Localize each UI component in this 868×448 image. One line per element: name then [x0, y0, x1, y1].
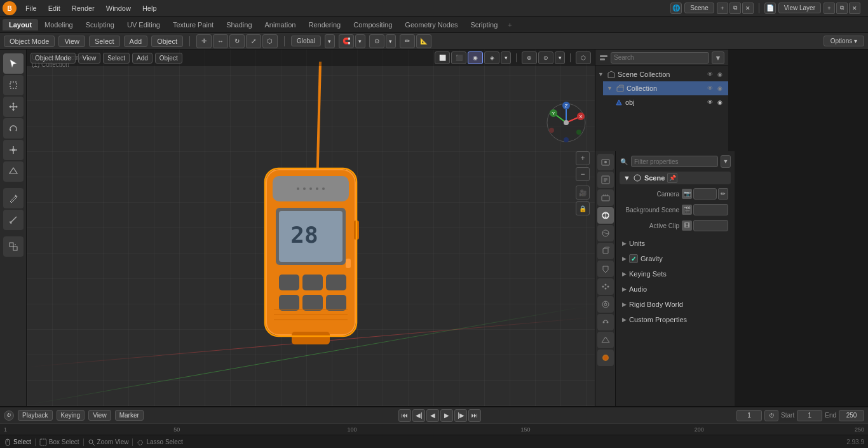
props-filter-btn[interactable]: ▼	[721, 155, 731, 168]
scene-add-icon[interactable]: +	[717, 3, 728, 14]
frame-options-btn[interactable]: ⏱	[764, 410, 778, 421]
playback-menu-btn[interactable]: Playback	[18, 410, 53, 421]
props-tab-output[interactable]	[597, 172, 614, 188]
play-reverse-btn[interactable]: ◀	[426, 409, 439, 422]
tab-shading[interactable]: Shading	[220, 19, 258, 31]
obj-render-icon[interactable]: ◉	[715, 98, 724, 107]
props-tab-world[interactable]	[597, 225, 614, 241]
annotation-btn[interactable]: ✏	[400, 34, 415, 48]
menu-help[interactable]: Help	[137, 3, 162, 13]
measure-tool-btn[interactable]	[3, 210, 24, 230]
marker-menu-btn[interactable]: Marker	[115, 410, 144, 421]
props-tab-particles[interactable]	[597, 278, 614, 295]
measure-btn[interactable]: 📐	[416, 34, 431, 48]
props-tab-render[interactable]	[597, 154, 614, 170]
scale-tool[interactable]: ⤢	[246, 34, 261, 48]
tab-sculpting[interactable]: Sculpting	[79, 19, 121, 31]
tab-animation[interactable]: Animation	[259, 19, 302, 31]
scene-collection-hide-icon[interactable]: ◉	[715, 70, 724, 79]
props-search-input[interactable]	[631, 156, 718, 167]
props-tab-constraints[interactable]	[597, 314, 614, 330]
overlay-options-btn[interactable]: ▾	[555, 51, 565, 64]
viewport-object-btn[interactable]: Object	[155, 53, 182, 64]
bg-scene-input[interactable]	[696, 207, 725, 214]
keying-sets-collapse[interactable]: ▶ Keying Sets	[620, 267, 731, 281]
zoom-in-btn[interactable]: +	[576, 151, 590, 165]
cursor-tool[interactable]: ✛	[196, 34, 212, 48]
outliner-collection[interactable]: ▼ Collection 👁 ◉	[603, 81, 728, 95]
object-mode-selector[interactable]: Object Mode	[4, 36, 55, 47]
jump-start-btn[interactable]: ⏮	[398, 409, 411, 422]
layer-copy-icon[interactable]: ⧉	[836, 3, 848, 14]
outliner-filter-btn[interactable]: ▼	[712, 51, 724, 64]
props-tab-view-layer[interactable]	[597, 189, 614, 206]
gravity-checkbox[interactable]: ✓	[629, 254, 638, 263]
props-tab-data[interactable]	[597, 332, 614, 348]
play-btn[interactable]: ▶	[440, 409, 453, 422]
rigid-body-collapse[interactable]: ▶ Rigid Body World	[620, 297, 731, 311]
camera-view-btn[interactable]: 🎥	[576, 186, 590, 200]
tab-rendering[interactable]: Rendering	[302, 19, 347, 31]
proportional-edit-btn[interactable]: ⊙	[369, 34, 384, 48]
select-tool-btn[interactable]	[3, 53, 24, 74]
collection-eye-icon[interactable]: 👁	[705, 84, 714, 93]
transform-orientation-icon[interactable]: ▾	[325, 34, 335, 48]
menu-window[interactable]: Window	[101, 3, 136, 13]
active-clip-input[interactable]	[696, 222, 725, 229]
add-workspace-btn[interactable]: +	[504, 20, 515, 30]
viewport-add-btn[interactable]: Add	[132, 53, 153, 64]
tab-geometry-nodes[interactable]: Geometry Nodes	[398, 19, 464, 31]
scene-section-header[interactable]: ▼ Scene 📌	[620, 172, 731, 184]
outliner-scene-collection[interactable]: ▼ Scene Collection 👁 ◉	[595, 67, 728, 81]
tab-scripting[interactable]: Scripting	[465, 19, 505, 31]
tab-texture-paint[interactable]: Texture Paint	[166, 19, 220, 31]
collection-render-icon[interactable]: ◉	[715, 84, 724, 93]
rendered-mode-btn[interactable]: ◈	[484, 51, 499, 64]
overlay-btn[interactable]: ⊙	[538, 51, 553, 64]
prev-keyframe-btn[interactable]: ◀|	[412, 409, 425, 422]
lock-camera-btn[interactable]: 🔒	[576, 201, 590, 215]
view-menu-btn[interactable]: View	[58, 36, 85, 47]
start-frame-input[interactable]	[797, 410, 822, 421]
jump-end-btn[interactable]: ⏭	[468, 409, 481, 422]
bg-scene-value[interactable]	[693, 204, 728, 215]
view-menu-btn[interactable]: View	[88, 410, 111, 421]
custom-props-collapse[interactable]: ▶ Custom Properties	[620, 313, 731, 327]
camera-edit-btn[interactable]: ✏	[718, 188, 728, 200]
camera-value[interactable]	[693, 188, 717, 200]
tab-uv-editing[interactable]: UV Editing	[121, 19, 166, 31]
camera-input[interactable]	[696, 191, 714, 198]
shading-options-btn[interactable]: ▾	[501, 51, 511, 64]
props-pin-btn[interactable]: 📌	[667, 173, 677, 183]
rotate-tool-btn[interactable]	[3, 118, 24, 139]
layer-del-icon[interactable]: ✕	[849, 3, 860, 14]
outliner-obj[interactable]: obj 👁 ◉	[595, 95, 728, 109]
props-tab-modifier[interactable]	[597, 261, 614, 277]
material-mode-btn[interactable]: ◉	[468, 51, 483, 64]
units-collapse[interactable]: ▶ Units	[620, 236, 731, 250]
global-transform-btn[interactable]: Global	[291, 36, 321, 46]
options-btn[interactable]: Options ▾	[824, 36, 864, 46]
move-tool-btn[interactable]	[3, 97, 24, 117]
rotate-tool[interactable]: ↻	[229, 34, 245, 48]
gravity-collapse[interactable]: ▶ ✓ Gravity	[620, 252, 731, 266]
transform-tool-btn[interactable]	[3, 161, 24, 182]
add-object-btn[interactable]	[3, 236, 24, 257]
scale-tool-btn[interactable]	[3, 140, 24, 160]
viewport-mode-selector[interactable]: Object Mode	[31, 53, 76, 64]
viewport[interactable]: Object Mode View Select Add Object ⬜ ⬛ ◉…	[27, 50, 595, 406]
view-layer-selector[interactable]: View Layer	[778, 3, 821, 13]
snap-options[interactable]: ▾	[355, 34, 365, 48]
props-tab-physics[interactable]	[597, 296, 614, 313]
menu-edit[interactable]: Edit	[43, 3, 65, 13]
obj-eye-icon[interactable]: 👁	[705, 98, 714, 107]
zoom-out-btn[interactable]: −	[576, 167, 590, 181]
scene-collection-eye-icon[interactable]: 👁	[705, 70, 714, 79]
add-menu-btn[interactable]: Add	[124, 36, 148, 47]
props-tab-scene[interactable]	[597, 207, 614, 224]
current-frame-input[interactable]	[736, 410, 762, 421]
props-tab-material[interactable]	[597, 350, 614, 366]
tab-modeling[interactable]: Modeling	[38, 19, 79, 31]
select-menu-btn[interactable]: Select	[89, 36, 120, 47]
snap-toggle[interactable]: 🧲	[339, 34, 354, 48]
